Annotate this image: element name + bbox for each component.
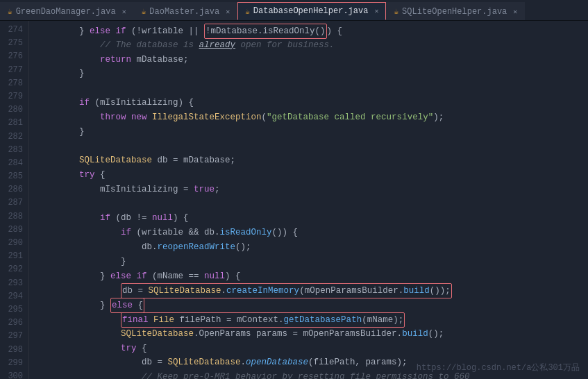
tab-icon-2: ☕ — [142, 7, 146, 16]
editor: 274 275 276 277 278 279 280 281 282 283 … — [0, 21, 588, 379]
code-line-291: } else if (mName == null) { — [37, 269, 588, 284]
code-line-293: } else { — [37, 298, 588, 312]
code-line-281: } — [37, 125, 588, 140]
code-line-296: try { — [37, 342, 588, 356]
tab-close-4[interactable]: ✕ — [513, 8, 517, 16]
tab-greendaomanager[interactable]: ☕ GreenDaoManager.java ✕ — [0, 2, 134, 20]
code-line-283: SQLiteDatabase db = mDatabase; — [37, 153, 588, 168]
code-line-288: if (writable && db.isReadOnly()) { — [37, 226, 588, 240]
code-line-278 — [37, 81, 588, 96]
code-line-290: } — [37, 255, 588, 269]
code-line-277: } — [37, 67, 588, 81]
tab-daomaster[interactable]: ☕ DaoMaster.java ✕ — [134, 2, 237, 20]
code-line-275: // The database is already open for busi… — [37, 38, 588, 53]
tab-label-3: DatabaseOpenHelper.java — [253, 6, 369, 16]
code-line-289: db.reopenReadWrite(); — [37, 240, 588, 255]
code-area[interactable]: } else if (!writable || !mDatabase.isRea… — [29, 21, 588, 379]
tab-close-1[interactable]: ✕ — [122, 8, 126, 16]
code-line-280: throw new IllegalStateException("getData… — [37, 110, 588, 125]
code-line-284: try { — [37, 168, 588, 183]
tab-bar: ☕ GreenDaoManager.java ✕ ☕ DaoMaster.jav… — [0, 0, 588, 21]
tab-icon-1: ☕ — [8, 7, 12, 16]
code-line-274: } else if (!writable || !mDatabase.isRea… — [37, 24, 588, 38]
code-line-285: mIsInitializing = true; — [37, 183, 588, 197]
watermark: https://blog.csdn.net/a公私301万品 — [417, 362, 580, 373]
tab-databaseopenhelper[interactable]: ☕ DatabaseOpenHelper.java ✕ — [237, 2, 386, 20]
code-line-292: db = SQLiteDatabase.createInMemory(mOpen… — [37, 283, 588, 298]
code-line-294: final File filePath = mContext.getDataba… — [37, 312, 588, 327]
tab-icon-4: ☕ — [394, 7, 398, 16]
code-line-295: SQLiteDatabase.OpenParams params = mOpen… — [37, 327, 588, 342]
tab-label-2: DaoMaster.java — [149, 7, 219, 17]
code-line-279: if (mIsInitializing) { — [37, 96, 588, 110]
code-line-286 — [37, 197, 588, 212]
tab-close-2[interactable]: ✕ — [226, 8, 230, 16]
tab-sqliteopenhelper[interactable]: ☕ SQLiteOpenHelper.java ✕ — [386, 2, 525, 20]
code-line-276: return mDatabase; — [37, 53, 588, 67]
line-numbers: 274 275 276 277 278 279 280 281 282 283 … — [0, 21, 29, 379]
tab-label-4: SQLiteOpenHelper.java — [402, 7, 507, 17]
tab-close-3[interactable]: ✕ — [374, 7, 378, 15]
tab-label-1: GreenDaoManager.java — [16, 7, 116, 17]
tab-icon-3: ☕ — [245, 7, 250, 16]
code-line-282 — [37, 139, 588, 153]
code-line-287: if (db != null) { — [37, 211, 588, 226]
